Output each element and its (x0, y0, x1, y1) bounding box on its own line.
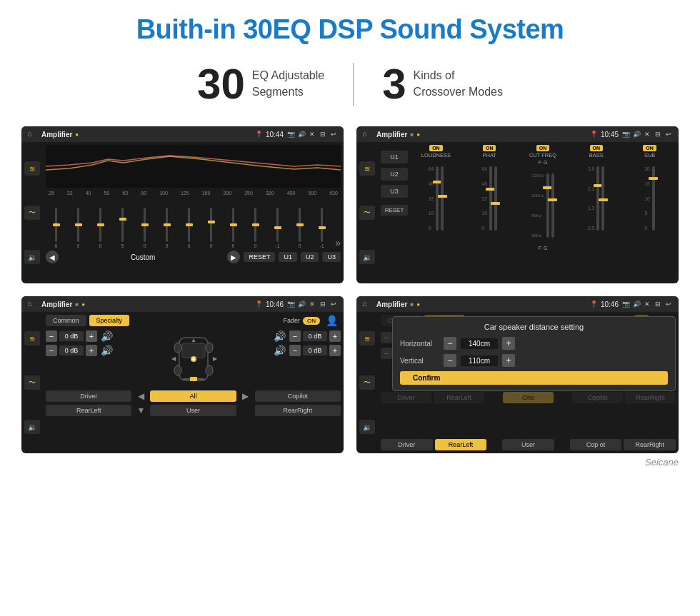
common-tab[interactable]: Common (46, 315, 86, 326)
right2-minus[interactable]: − (289, 345, 301, 356)
u3-btn[interactable]: U3 (322, 252, 341, 262)
vol-down-icon[interactable]: 🔉 (24, 250, 40, 264)
vertical-label: Vertical (400, 357, 439, 365)
bass-track2[interactable] (601, 166, 604, 231)
speaker-bottom-row2: RearLeft ▼ User RearRight (46, 405, 341, 416)
back3-icon[interactable]: ↩ (329, 300, 338, 308)
rearright-btn[interactable]: RearRight (255, 405, 341, 416)
all-btn gold[interactable]: All (150, 390, 236, 402)
vol4-side-icon[interactable]: 🔉 (359, 420, 375, 434)
home2-icon[interactable]: ⌂ (362, 129, 372, 139)
screen-4: ⌂ Amplifier ■ ● 📍 10:46 📷 🔊 ✕ ⊟ ↩ ≋ 〜 🔉 (356, 296, 679, 453)
next-btn[interactable]: ▶ (227, 251, 240, 263)
close-icon[interactable]: ✕ (308, 130, 316, 138)
min2-icon[interactable]: ⊟ (654, 130, 662, 138)
close2-icon[interactable]: ✕ (643, 130, 651, 138)
vertical-minus[interactable]: − (444, 354, 456, 367)
wave3-icon[interactable]: 〜 (24, 375, 40, 390)
wave2-icon[interactable]: 〜 (359, 206, 375, 220)
left1-minus[interactable]: − (46, 330, 57, 342)
wave4-icon[interactable]: 〜 (359, 375, 375, 390)
cross-left-btns: U1 U2 U3 RESET (381, 145, 408, 281)
prev-btn[interactable]: ◀ (46, 251, 59, 263)
driver-btn[interactable]: Driver (46, 390, 131, 402)
user-btn[interactable]: User (150, 405, 236, 416)
left2-minus[interactable]: − (46, 345, 57, 356)
rearleft4-btn[interactable]: RearLeft (435, 439, 487, 450)
screen4-dot2: ● (416, 301, 420, 308)
fader-label: Fader (283, 317, 300, 324)
home4-icon[interactable]: ⌂ (362, 299, 372, 309)
home-icon[interactable]: ⌂ (27, 129, 37, 139)
screen3-dot2: ● (81, 301, 85, 308)
left2-plus[interactable]: + (86, 345, 97, 356)
u1-btn[interactable]: U1 (279, 252, 297, 262)
cutfreq-track2[interactable] (551, 173, 554, 238)
eq3-icon[interactable]: ≋ (24, 331, 40, 345)
cross-u3-btn[interactable]: U3 (381, 185, 408, 198)
screen3-left-icons: ≋ 〜 🔉 (21, 312, 43, 453)
driver4-btn[interactable]: Driver (381, 439, 433, 450)
back2-icon[interactable]: ↩ (664, 130, 673, 138)
confirm-button[interactable]: Confirm (400, 371, 668, 385)
eq4-icon[interactable]: ≋ (359, 331, 375, 345)
cam3-icon: 📷 (286, 300, 295, 308)
stat-eq-label: EQ AdjustableSegments (252, 68, 324, 100)
speaker-right-col: 🔊 − 0 dB + 🔊 − 0 dB + (230, 330, 341, 388)
vol-icon: 🔊 (297, 130, 306, 138)
down-arrow-icon: ▼ (134, 405, 148, 416)
back4-icon[interactable]: ↩ (664, 300, 673, 308)
rearleft-btn[interactable]: RearLeft (46, 405, 131, 416)
left1-plus[interactable]: + (86, 330, 97, 342)
reset-btn[interactable]: RESET (244, 252, 275, 262)
screen1-bottom-controls: ◀ Custom ▶ RESET U1 U2 U3 (46, 251, 341, 263)
copilot-btn[interactable]: Copilot (255, 390, 341, 402)
home3-icon[interactable]: ⌂ (27, 299, 37, 309)
loudness-track2[interactable] (441, 166, 444, 231)
right2-plus[interactable]: + (329, 345, 341, 356)
copilot4-btn[interactable]: Cop ot (570, 439, 622, 450)
screen1-dot: ● (75, 131, 79, 138)
tune-icon[interactable]: 〜 (24, 206, 40, 220)
eq-icon[interactable]: ≋ (24, 161, 40, 176)
vertical-plus[interactable]: + (502, 354, 515, 367)
speaker-icon-br: 🔊 (274, 345, 286, 356)
min4-icon[interactable]: ⊟ (654, 300, 662, 308)
screen4-left-icons: ≋ 〜 🔉 (356, 312, 378, 453)
cam2-icon: 📷 (621, 130, 630, 138)
vol2-side-icon[interactable]: 🔉 (359, 250, 375, 264)
cross-u1-btn[interactable]: U1 (381, 151, 408, 163)
close3-icon[interactable]: ✕ (308, 300, 316, 308)
specialty-tab[interactable]: Specialty (89, 315, 130, 326)
screen-3: ⌂ Amplifier ■ ● 📍 10:46 📷 🔊 ✕ ⊟ ↩ ≋ 〜 🔉 (21, 296, 344, 453)
fader-on-badge[interactable]: ON (303, 317, 320, 325)
rearright4-btn[interactable]: RearRight (624, 439, 676, 450)
right1-minus[interactable]: − (289, 330, 301, 342)
close4-icon[interactable]: ✕ (643, 300, 651, 308)
vol3-side-icon[interactable]: 🔉 (24, 420, 40, 434)
loudness-track1[interactable] (436, 166, 439, 231)
phat-track1[interactable] (489, 166, 492, 231)
vol4-icon: 🔊 (632, 300, 641, 308)
cross-reset-btn[interactable]: RESET (381, 205, 408, 216)
horizontal-row: Horizontal − 140cm + (400, 337, 668, 350)
min3-icon[interactable]: ⊟ (319, 300, 327, 308)
svg-point-3 (206, 343, 213, 353)
left-arrow-icon: ◀ (134, 390, 148, 402)
phat-track2[interactable] (494, 166, 497, 231)
sub-track1[interactable] (652, 166, 655, 231)
back-icon[interactable]: ↩ (329, 130, 338, 138)
screen4-time: 10:46 (601, 301, 619, 308)
minimize-icon[interactable]: ⊟ (319, 130, 327, 138)
horizontal-plus[interactable]: + (502, 337, 515, 350)
user4-btn[interactable]: User (502, 439, 554, 450)
eq2-icon[interactable]: ≋ (359, 161, 375, 176)
cross-u2-btn[interactable]: U2 (381, 168, 408, 181)
eq-graph (46, 145, 341, 188)
u2-btn[interactable]: U2 (301, 252, 319, 262)
loudness-on: ON (429, 145, 443, 151)
cutfreq-track1[interactable] (546, 173, 549, 238)
right1-plus[interactable]: + (329, 330, 341, 342)
horizontal-minus[interactable]: − (444, 337, 456, 350)
left2-db-val: 0 dB (59, 345, 84, 355)
